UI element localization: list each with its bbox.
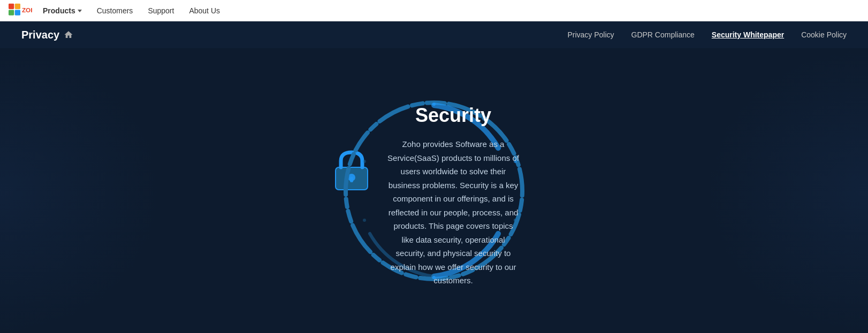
- nav-link-customers[interactable]: Customers: [97, 6, 133, 15]
- svg-point-11: [363, 219, 366, 222]
- top-navbar: ZOHO Products Customers Support About Us: [0, 0, 868, 21]
- privacy-nav-link-whitepaper[interactable]: Security Whitepaper: [712, 30, 784, 39]
- privacy-title-group: Privacy: [21, 29, 73, 41]
- logo[interactable]: ZOHO: [9, 3, 32, 18]
- privacy-nav-item-policy[interactable]: Privacy Policy: [567, 30, 614, 40]
- privacy-nav-link-cookie[interactable]: Cookie Policy: [801, 30, 847, 39]
- svg-rect-3: [15, 10, 20, 15]
- hero-bg-left: [0, 48, 161, 333]
- security-heading: Security: [415, 104, 491, 127]
- hero-bg-right: [707, 48, 868, 333]
- nav-item-customers[interactable]: Customers: [97, 6, 133, 16]
- customers-label: Customers: [97, 6, 133, 15]
- nav-link-support[interactable]: Support: [148, 6, 174, 15]
- privacy-nav-links-list: Privacy Policy GDPR Compliance Security …: [567, 30, 847, 40]
- circle-inner-content: Security Zoho provides Software as a Ser…: [371, 110, 536, 288]
- nav-link-about[interactable]: About Us: [189, 6, 220, 15]
- svg-rect-0: [9, 3, 14, 9]
- nav-item-about[interactable]: About Us: [189, 6, 220, 16]
- security-description: Zoho provides Software as a Service(SaaS…: [387, 137, 520, 288]
- about-label: About Us: [189, 6, 220, 15]
- privacy-header: Privacy Privacy Policy GDPR Compliance S…: [0, 21, 868, 48]
- privacy-nav-item-gdpr[interactable]: GDPR Compliance: [631, 30, 695, 40]
- chevron-down-icon: [78, 10, 82, 12]
- privacy-nav-item-cookie[interactable]: Cookie Policy: [801, 30, 847, 40]
- svg-rect-1: [15, 3, 20, 9]
- nav-item-products[interactable]: Products: [43, 6, 82, 15]
- nav-link-products[interactable]: Products: [43, 6, 82, 15]
- support-label: Support: [148, 6, 174, 15]
- circle-decoration: Security Zoho provides Software as a Ser…: [332, 89, 536, 292]
- hero-content: Security Zoho provides Software as a Ser…: [322, 79, 546, 303]
- nav-item-support[interactable]: Support: [148, 6, 174, 16]
- home-icon[interactable]: [64, 30, 73, 40]
- privacy-title-text: Privacy: [21, 29, 59, 41]
- svg-text:ZOHO: ZOHO: [22, 6, 32, 13]
- nav-links-list: Products Customers Support About Us: [43, 6, 220, 16]
- privacy-nav-link-policy[interactable]: Privacy Policy: [567, 30, 614, 39]
- hero-section: Security Zoho provides Software as a Ser…: [0, 48, 868, 333]
- svg-point-12: [363, 160, 366, 163]
- privacy-nav-link-gdpr[interactable]: GDPR Compliance: [631, 30, 695, 39]
- zoho-logo-svg: ZOHO: [9, 3, 32, 18]
- products-label: Products: [43, 6, 75, 15]
- privacy-nav-item-whitepaper[interactable]: Security Whitepaper: [712, 30, 784, 40]
- svg-rect-2: [9, 10, 14, 15]
